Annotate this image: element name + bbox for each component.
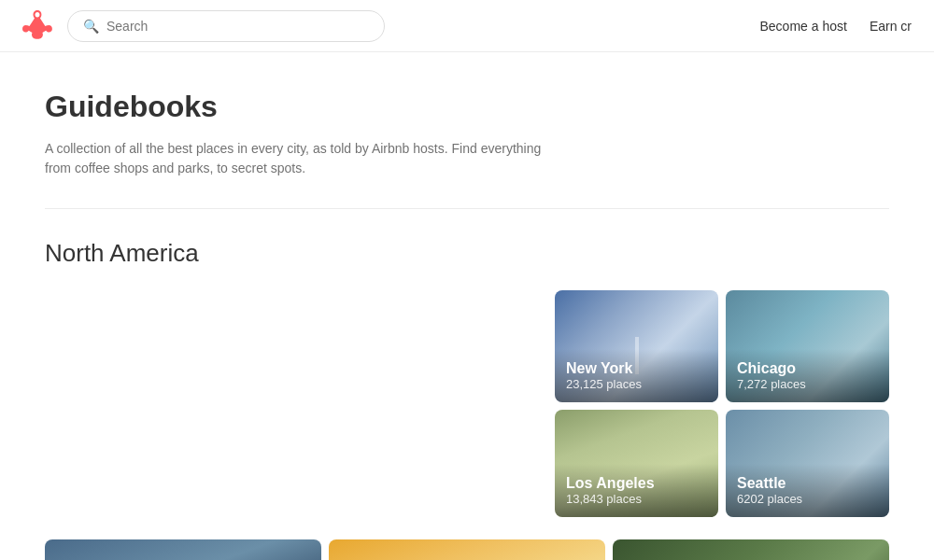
city-card-vancouver[interactable]: Vancouver 5698 places [45, 539, 321, 560]
city-card-los-angeles[interactable]: Los Angeles 13,843 places [555, 410, 718, 517]
city-places: 13,843 places [566, 492, 707, 506]
city-overlay: New York 23,125 places [555, 349, 718, 402]
city-row-bottom: Vancouver 5698 places Montreal 5368 plac… [45, 539, 889, 560]
header-left: 🔍 [22, 9, 385, 43]
search-icon: 🔍 [83, 19, 99, 34]
city-grid-top: New York 23,125 places Chicago 7,272 pla… [45, 290, 889, 517]
section-divider [45, 208, 889, 209]
page-title: Guidebooks [45, 90, 889, 124]
city-name: Seattle [737, 475, 878, 492]
become-host-link[interactable]: Become a host [759, 19, 846, 34]
city-places: 7,272 places [737, 377, 878, 391]
city-name: New York [566, 360, 707, 377]
header: 🔍 Become a host Earn cr [0, 0, 934, 52]
search-bar[interactable]: 🔍 [67, 10, 385, 42]
city-card-montreal[interactable]: Montreal 5368 places [329, 539, 605, 560]
city-overlay: Chicago 7,272 places [726, 349, 889, 402]
city-card-chicago[interactable]: Chicago 7,272 places [726, 290, 889, 402]
page-description: A collection of all the best places in e… [45, 139, 549, 178]
city-name: Los Angeles [566, 475, 707, 492]
city-overlay: Seattle 6202 places [726, 464, 889, 517]
city-card-seattle[interactable]: Seattle 6202 places [726, 410, 889, 517]
city-places: 6202 places [737, 492, 878, 506]
city-card-portland[interactable]: Portland 4708 places [613, 539, 889, 560]
airbnb-logo[interactable] [22, 9, 52, 43]
city-name: Chicago [737, 360, 878, 377]
header-nav: Become a host Earn cr [759, 19, 912, 34]
region-title: North America [45, 239, 889, 268]
earn-link[interactable]: Earn cr [870, 19, 912, 34]
main-content: Guidebooks A collection of all the best … [0, 52, 934, 560]
city-grid-right: New York 23,125 places Chicago 7,272 pla… [555, 290, 889, 517]
search-input[interactable] [106, 19, 369, 34]
city-card-new-york[interactable]: New York 23,125 places [555, 290, 718, 402]
city-places: 23,125 places [566, 377, 707, 391]
city-overlay: Los Angeles 13,843 places [555, 464, 718, 517]
